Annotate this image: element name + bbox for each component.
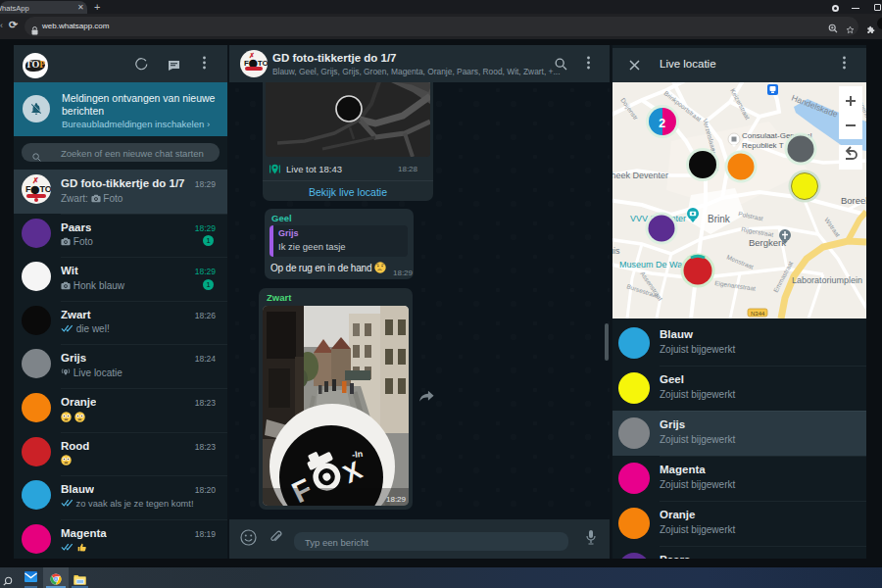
svg-text:N344: N344	[751, 311, 765, 317]
svg-text:Boreel: Boreel	[841, 195, 866, 206]
svg-text:18:29: 18:29	[386, 495, 407, 504]
svg-text:2: 2	[659, 116, 665, 130]
svg-text:Brink: Brink	[708, 214, 731, 224]
svg-text:theek Deventer: theek Deventer	[612, 171, 668, 180]
svg-text:Laboratoriumplein: Laboratoriumplein	[792, 275, 862, 285]
svg-text:-In: -In	[352, 449, 364, 460]
svg-text:uis: uis	[612, 246, 620, 256]
svg-text:Republiek T: Republiek T	[742, 141, 784, 150]
